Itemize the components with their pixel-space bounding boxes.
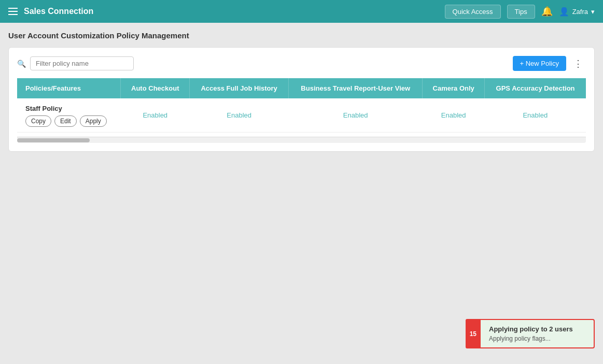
user-menu[interactable]: 👤 Zafra ▾ [559,7,595,17]
top-navigation: Sales Connection Quick Access Tips 🔔 👤 Z… [0,0,603,23]
copy-button[interactable]: Copy [25,115,51,127]
nav-right: Quick Access Tips 🔔 👤 Zafra ▾ [445,5,595,19]
policy-name: Staff Policy [25,105,113,112]
col-gps-accuracy: GPS Accuracy Detection [485,78,586,98]
new-policy-label: + New Policy [520,60,559,67]
policy-value-cell: Enabled [190,98,289,133]
policy-value-cell: Enabled [423,98,485,133]
page-title: User Account Customization Policy Manage… [8,31,595,40]
menu-icon[interactable] [8,8,18,15]
search-icon: 🔍 [17,60,26,68]
table-row: Staff PolicyCopyEditApplyEnabledEnabledE… [17,98,586,133]
col-camera-only: Camera Only [423,78,485,98]
policy-table-wrapper: Policies/Features Auto Checkout Access F… [17,78,586,143]
policy-filter-input[interactable] [30,56,134,70]
filter-bar: 🔍 + New Policy ⋮ [17,56,586,71]
user-avatar-icon: 👤 [559,7,569,17]
filter-left: 🔍 [17,56,134,70]
nav-left: Sales Connection [8,7,93,16]
policy-value-cell: Enabled [485,98,586,133]
more-options-button[interactable]: ⋮ [570,57,586,70]
toast-body: Applying policy to 2 users Applying poli… [481,319,595,348]
col-business-travel: Business Travel Report-User View [289,78,423,98]
toast-subtitle: Applying policy flags... [489,335,585,342]
toast-notification: 15 Applying policy to 2 users Applying p… [466,319,595,348]
col-auto-checkout: Auto Checkout [121,78,190,98]
policy-value-cell: Enabled [121,98,190,133]
edit-button[interactable]: Edit [54,115,77,127]
policy-name-cell: Staff PolicyCopyEditApply [17,98,121,133]
quick-access-button[interactable]: Quick Access [445,5,501,19]
apply-button[interactable]: Apply [80,115,107,127]
user-chevron-icon: ▾ [591,8,595,16]
filter-right: + New Policy ⋮ [513,56,586,71]
scrollbar-thumb[interactable] [17,138,90,142]
table-header: Policies/Features Auto Checkout Access F… [17,78,586,98]
toast-title: Applying policy to 2 users [489,325,585,333]
policy-table: Policies/Features Auto Checkout Access F… [17,78,586,133]
col-access-job-history: Access Full Job History [190,78,289,98]
toast-badge: 15 [466,319,481,348]
user-name: Zafra [572,8,588,16]
tips-button[interactable]: Tips [507,5,535,19]
policy-value-cell: Enabled [289,98,423,133]
col-policies: Policies/Features [17,78,121,98]
table-body: Staff PolicyCopyEditApplyEnabledEnabledE… [17,98,586,133]
page-content: User Account Customization Policy Manage… [0,23,603,168]
bell-icon[interactable]: 🔔 [541,6,553,17]
brand-name: Sales Connection [24,7,93,16]
horizontal-scrollbar[interactable] [17,137,586,143]
new-policy-button[interactable]: + New Policy [513,56,567,71]
main-card: 🔍 + New Policy ⋮ Policies/Features Auto … [8,47,595,152]
